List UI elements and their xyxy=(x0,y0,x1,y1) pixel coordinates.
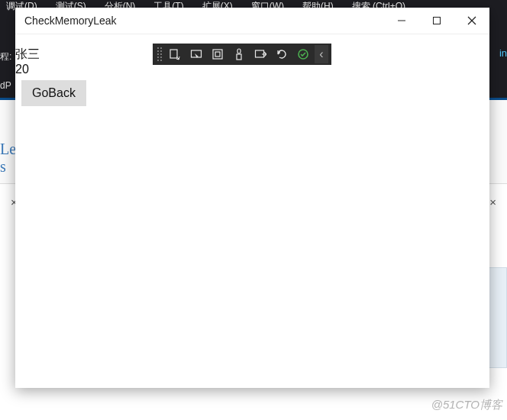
chevron-left-icon: ‹ xyxy=(319,47,323,61)
titlebar[interactable]: CheckMemoryLeak xyxy=(15,8,489,34)
svg-rect-4 xyxy=(170,50,177,58)
xaml-diagnostics-toolbar[interactable]: ‹ xyxy=(153,44,331,65)
client-area: 张三 20 GoBack xyxy=(15,34,489,388)
bg-left-label-1: 程: xyxy=(0,50,11,63)
minimize-icon xyxy=(397,16,406,25)
display-layout-adorners-icon xyxy=(212,48,224,60)
live-visual-tree-icon xyxy=(169,48,181,60)
svg-rect-7 xyxy=(215,52,220,57)
app-window: CheckMemoryLeak 张三 20 GoBack xyxy=(15,8,489,388)
name-label: 张三 xyxy=(15,47,40,62)
age-label: 20 xyxy=(15,62,29,77)
live-visual-tree-button[interactable] xyxy=(165,45,185,63)
bg-close-right: × xyxy=(489,195,496,208)
hot-reload-icon xyxy=(276,48,288,60)
svg-rect-8 xyxy=(237,49,241,53)
track-focus-button[interactable] xyxy=(229,45,249,63)
status-ok-button[interactable] xyxy=(293,45,313,63)
bg-left-label-2: dP xyxy=(0,80,11,91)
track-focused-element-icon xyxy=(233,48,245,60)
close-icon xyxy=(467,16,476,25)
select-element-button[interactable] xyxy=(186,45,206,63)
watermark: @51CTO博客 xyxy=(431,398,502,412)
bg-side-text: Le s xyxy=(0,141,16,176)
goto-live-tree-button[interactable] xyxy=(250,45,270,63)
minimize-button[interactable] xyxy=(384,8,419,34)
bg-right-link: in xyxy=(499,47,507,59)
svg-rect-9 xyxy=(237,54,241,60)
toolbar-collapse-button[interactable]: ‹ xyxy=(315,45,328,63)
toolbar-grip-icon[interactable] xyxy=(156,46,162,63)
select-element-icon xyxy=(190,48,202,60)
close-button[interactable] xyxy=(454,8,489,34)
layout-adorners-button[interactable] xyxy=(208,45,228,63)
go-to-live-visual-tree-icon xyxy=(254,48,266,60)
goback-button[interactable]: GoBack xyxy=(21,80,86,106)
maximize-icon xyxy=(432,16,441,25)
hot-reload-button[interactable] xyxy=(272,45,292,63)
status-ok-icon xyxy=(297,48,309,60)
svg-rect-6 xyxy=(213,50,222,59)
bg-right-shade xyxy=(489,267,507,368)
maximize-button[interactable] xyxy=(419,8,454,34)
svg-rect-1 xyxy=(434,18,441,24)
window-title: CheckMemoryLeak xyxy=(15,15,384,27)
